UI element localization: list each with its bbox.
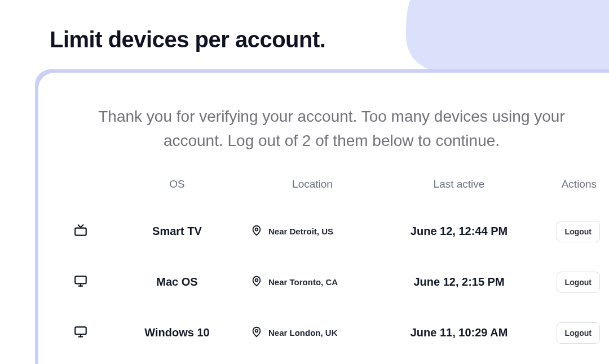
device-row: Windows 10 Near London, UK June 11, 10:2…	[70, 308, 593, 358]
map-pin-icon	[250, 224, 263, 238]
svg-rect-5	[75, 327, 86, 334]
logout-button[interactable]: Logout	[557, 322, 600, 344]
device-os: Windows 10	[115, 326, 239, 339]
svg-point-2	[255, 228, 258, 231]
device-row: Mac OS Near Toronto, CA June 12, 2:15 PM…	[70, 257, 593, 308]
svg-rect-1	[75, 228, 86, 235]
logout-button[interactable]: Logout	[557, 272, 600, 293]
map-pin-icon	[250, 326, 263, 340]
tv-icon	[73, 223, 88, 240]
svg-point-4	[255, 279, 258, 282]
device-limit-card: Thank you for verifying your account. To…	[38, 73, 609, 364]
svg-rect-3	[75, 276, 86, 283]
logout-button[interactable]: Logout	[557, 221, 600, 242]
device-os: Mac OS	[115, 276, 239, 288]
device-last-active: June 11, 10:29 AM	[386, 326, 532, 339]
page-title: Limit devices per account.	[0, 0, 609, 52]
device-row: Smart TV Near Detroit, US June 12, 12:44…	[70, 206, 593, 257]
device-last-active: June 12, 2:15 PM	[386, 276, 532, 288]
monitor-icon	[73, 274, 88, 291]
col-header-location: Location	[239, 178, 386, 190]
device-os: Smart TV	[115, 225, 239, 238]
monitor-icon	[73, 325, 88, 341]
intro-text: Thank you for verifying your account. To…	[83, 104, 580, 153]
device-table-header: OS Location Last active Actions	[70, 174, 593, 206]
col-header-actions: Actions	[532, 178, 600, 190]
device-location: Near Detroit, US	[268, 227, 333, 236]
device-last-active: June 12, 12:44 PM	[386, 225, 532, 238]
map-pin-icon	[250, 275, 263, 289]
col-header-last-active: Last active	[386, 178, 532, 190]
svg-point-6	[255, 330, 258, 332]
device-location: Near London, UK	[268, 328, 338, 338]
device-location: Near Toronto, CA	[268, 277, 338, 287]
col-header-os: OS	[115, 178, 239, 190]
